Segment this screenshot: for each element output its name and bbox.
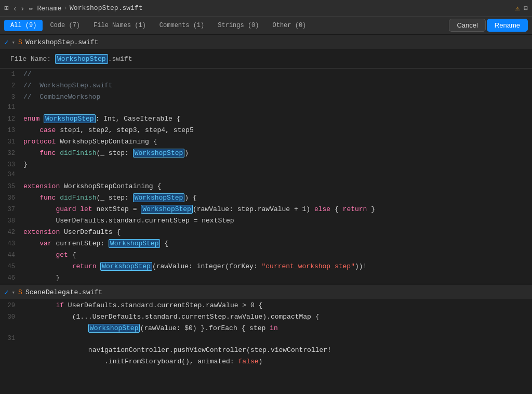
- check-icon-1[interactable]: ✓: [4, 38, 8, 47]
- code-line: 43 var currentStep: WorkshopStep {: [0, 238, 532, 249]
- tab-all[interactable]: All (9): [4, 20, 43, 31]
- filename-bar-label: File Name:: [10, 55, 51, 63]
- swift-file-icon-1: S: [18, 38, 22, 46]
- check-icon-2[interactable]: ✓: [4, 288, 8, 297]
- chevron-icon-2: ▾: [11, 289, 15, 296]
- filename-input-wrapper: WorkshopStep.swift: [55, 54, 132, 64]
- file1-name: WorkshopStep.swift: [25, 38, 98, 46]
- code-line: 3 // CombineWorkshop: [0, 91, 532, 103]
- cancel-button[interactable]: Cancel: [449, 19, 485, 32]
- tab-comments[interactable]: Comments (1): [153, 20, 210, 31]
- tab-strings[interactable]: Strings (0): [211, 20, 265, 31]
- breadcrumb: ✏️ Rename › WorkshopStep.swift: [29, 4, 512, 12]
- code-area-1: 1 // 2 // WorkshopStep.swift 3 // Combin…: [0, 69, 532, 284]
- rename-button[interactable]: Rename: [487, 19, 528, 32]
- file2-name: SceneDelegate.swift: [25, 288, 102, 296]
- code-line: 29 if UserDefaults.standard.currentStep.…: [0, 300, 532, 311]
- code-line: 42 extension UserDefaults {: [0, 227, 532, 238]
- layout-icon[interactable]: ⊟: [524, 4, 528, 12]
- code-line: 44 get {: [0, 249, 532, 261]
- tab-filenames[interactable]: File Names (1): [87, 20, 152, 31]
- warning-icon: ⚠: [515, 4, 520, 12]
- code-line: 31: [0, 334, 532, 345]
- code-area-2: 29 if UserDefaults.standard.currentStep.…: [0, 300, 532, 367]
- code-line: 30 (1...UserDefaults.standard.currentSte…: [0, 311, 532, 323]
- code-line: 38 UserDefaults.standard.currentStep = n…: [0, 215, 532, 227]
- tab-code[interactable]: Code (7): [44, 20, 86, 31]
- filename-highlighted[interactable]: WorkshopStep: [55, 54, 108, 64]
- code-line: .initFromStoryboard(), animated: false): [0, 356, 532, 367]
- filename-bar: File Name: WorkshopStep.swift: [0, 50, 532, 69]
- code-line: 1 //: [0, 69, 532, 80]
- code-line: 36 func didFinish(_ step: WorkshopStep) …: [0, 192, 532, 204]
- file2-header: ✓ ▾ S SceneDelegate.swift: [0, 284, 532, 300]
- code-line: 33 }: [0, 159, 532, 170]
- code-line: WorkshopStep(rawValue: $0) }.forEach { s…: [0, 323, 532, 334]
- back-button[interactable]: ‹: [11, 3, 18, 14]
- code-line: 37 guard let nextStep = WorkshopStep(raw…: [0, 204, 532, 215]
- code-line: 34: [0, 170, 532, 181]
- top-bar-right: ⚠ ⊟: [515, 4, 528, 12]
- nav-arrows: ‹ ›: [11, 3, 25, 14]
- filename-ext: .swift: [108, 55, 132, 63]
- code-line: 13 case step1, step2, step3, step4, step…: [0, 125, 532, 136]
- chevron-icon-1: ▾: [11, 39, 15, 46]
- code-line: 46 }: [0, 272, 532, 284]
- code-line: 11: [0, 103, 532, 113]
- code-line: 35 extension WorkshopStepContaining {: [0, 181, 532, 192]
- breadcrumb-rename: ✏️ Rename: [29, 4, 61, 12]
- tab-other[interactable]: Other (0): [267, 20, 313, 31]
- top-bar: ⊞ ‹ › ✏️ Rename › WorkshopStep.swift ⚠ ⊟: [0, 0, 532, 17]
- code-line: 32 func didFinish(_ step: WorkshopStep): [0, 148, 532, 159]
- code-line: 2 // WorkshopStep.swift: [0, 80, 532, 91]
- breadcrumb-sep: ›: [63, 4, 68, 12]
- code-line: navigationController.pushViewController(…: [0, 345, 532, 356]
- swift-file-icon-2: S: [18, 288, 22, 296]
- breadcrumb-file: WorkshopStep.swift: [70, 4, 142, 12]
- code-line: 12 enum WorkshopStep: Int, CaseIterable …: [0, 113, 532, 125]
- grid-icon[interactable]: ⊞: [4, 4, 8, 12]
- tab-bar: All (9) Code (7) File Names (1) Comments…: [0, 17, 532, 34]
- forward-button[interactable]: ›: [19, 3, 26, 14]
- code-line: 45 return WorkshopStep(rawValue: integer…: [0, 261, 532, 272]
- file1-header: ✓ ▾ S WorkshopStep.swift: [0, 34, 532, 50]
- code-line: 31 protocol WorkshopStepContaining {: [0, 136, 532, 148]
